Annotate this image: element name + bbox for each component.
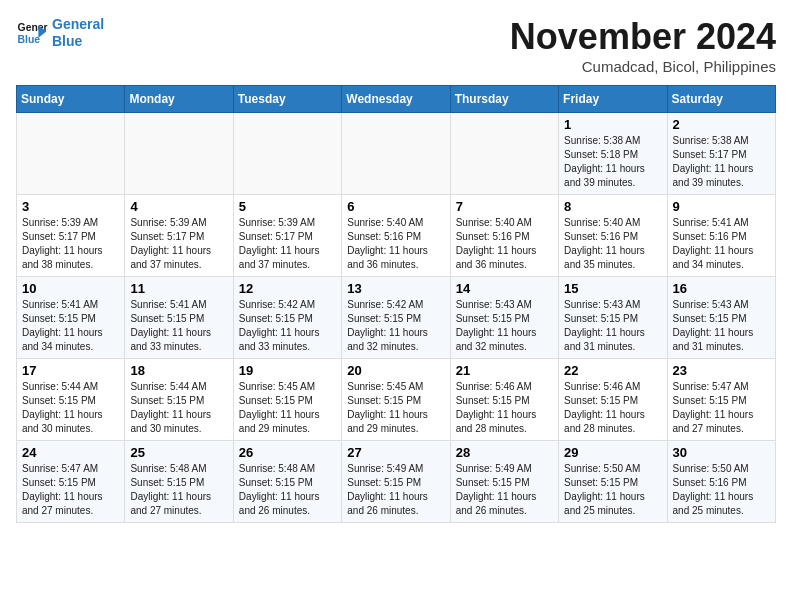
day-info: Sunrise: 5:45 AM Sunset: 5:15 PM Dayligh… xyxy=(239,380,336,436)
day-info: Sunrise: 5:42 AM Sunset: 5:15 PM Dayligh… xyxy=(347,298,444,354)
title-section: November 2024 Cumadcad, Bicol, Philippin… xyxy=(510,16,776,75)
day-info: Sunrise: 5:38 AM Sunset: 5:17 PM Dayligh… xyxy=(673,134,770,190)
calendar-table: SundayMondayTuesdayWednesdayThursdayFrid… xyxy=(16,85,776,523)
day-number: 10 xyxy=(22,281,119,296)
day-info: Sunrise: 5:48 AM Sunset: 5:15 PM Dayligh… xyxy=(130,462,227,518)
calendar-cell: 1Sunrise: 5:38 AM Sunset: 5:18 PM Daylig… xyxy=(559,113,667,195)
calendar-cell: 29Sunrise: 5:50 AM Sunset: 5:15 PM Dayli… xyxy=(559,441,667,523)
day-number: 22 xyxy=(564,363,661,378)
day-number: 15 xyxy=(564,281,661,296)
day-info: Sunrise: 5:40 AM Sunset: 5:16 PM Dayligh… xyxy=(347,216,444,272)
day-number: 11 xyxy=(130,281,227,296)
logo: General Blue GeneralBlue xyxy=(16,16,104,50)
day-number: 9 xyxy=(673,199,770,214)
calendar-cell: 7Sunrise: 5:40 AM Sunset: 5:16 PM Daylig… xyxy=(450,195,558,277)
day-info: Sunrise: 5:49 AM Sunset: 5:15 PM Dayligh… xyxy=(456,462,553,518)
day-info: Sunrise: 5:45 AM Sunset: 5:15 PM Dayligh… xyxy=(347,380,444,436)
day-info: Sunrise: 5:46 AM Sunset: 5:15 PM Dayligh… xyxy=(564,380,661,436)
calendar-cell: 23Sunrise: 5:47 AM Sunset: 5:15 PM Dayli… xyxy=(667,359,775,441)
header-day-tuesday: Tuesday xyxy=(233,86,341,113)
header-day-monday: Monday xyxy=(125,86,233,113)
day-number: 29 xyxy=(564,445,661,460)
week-row-3: 10Sunrise: 5:41 AM Sunset: 5:15 PM Dayli… xyxy=(17,277,776,359)
location-subtitle: Cumadcad, Bicol, Philippines xyxy=(510,58,776,75)
calendar-cell: 9Sunrise: 5:41 AM Sunset: 5:16 PM Daylig… xyxy=(667,195,775,277)
week-row-1: 1Sunrise: 5:38 AM Sunset: 5:18 PM Daylig… xyxy=(17,113,776,195)
day-info: Sunrise: 5:48 AM Sunset: 5:15 PM Dayligh… xyxy=(239,462,336,518)
day-info: Sunrise: 5:40 AM Sunset: 5:16 PM Dayligh… xyxy=(564,216,661,272)
calendar-cell: 12Sunrise: 5:42 AM Sunset: 5:15 PM Dayli… xyxy=(233,277,341,359)
logo-icon: General Blue xyxy=(16,17,48,49)
day-number: 28 xyxy=(456,445,553,460)
header-day-sunday: Sunday xyxy=(17,86,125,113)
header-day-thursday: Thursday xyxy=(450,86,558,113)
page-header: General Blue GeneralBlue November 2024 C… xyxy=(16,16,776,75)
calendar-cell xyxy=(342,113,450,195)
calendar-cell: 22Sunrise: 5:46 AM Sunset: 5:15 PM Dayli… xyxy=(559,359,667,441)
day-number: 26 xyxy=(239,445,336,460)
calendar-cell: 26Sunrise: 5:48 AM Sunset: 5:15 PM Dayli… xyxy=(233,441,341,523)
day-number: 18 xyxy=(130,363,227,378)
day-info: Sunrise: 5:41 AM Sunset: 5:15 PM Dayligh… xyxy=(22,298,119,354)
calendar-cell: 30Sunrise: 5:50 AM Sunset: 5:16 PM Dayli… xyxy=(667,441,775,523)
header-row: SundayMondayTuesdayWednesdayThursdayFrid… xyxy=(17,86,776,113)
day-info: Sunrise: 5:38 AM Sunset: 5:18 PM Dayligh… xyxy=(564,134,661,190)
day-number: 17 xyxy=(22,363,119,378)
day-info: Sunrise: 5:41 AM Sunset: 5:16 PM Dayligh… xyxy=(673,216,770,272)
day-info: Sunrise: 5:47 AM Sunset: 5:15 PM Dayligh… xyxy=(673,380,770,436)
day-info: Sunrise: 5:44 AM Sunset: 5:15 PM Dayligh… xyxy=(22,380,119,436)
calendar-cell: 19Sunrise: 5:45 AM Sunset: 5:15 PM Dayli… xyxy=(233,359,341,441)
day-info: Sunrise: 5:46 AM Sunset: 5:15 PM Dayligh… xyxy=(456,380,553,436)
day-info: Sunrise: 5:41 AM Sunset: 5:15 PM Dayligh… xyxy=(130,298,227,354)
calendar-cell: 17Sunrise: 5:44 AM Sunset: 5:15 PM Dayli… xyxy=(17,359,125,441)
day-number: 20 xyxy=(347,363,444,378)
calendar-cell: 16Sunrise: 5:43 AM Sunset: 5:15 PM Dayli… xyxy=(667,277,775,359)
calendar-header: SundayMondayTuesdayWednesdayThursdayFrid… xyxy=(17,86,776,113)
calendar-cell: 6Sunrise: 5:40 AM Sunset: 5:16 PM Daylig… xyxy=(342,195,450,277)
day-number: 13 xyxy=(347,281,444,296)
calendar-cell: 14Sunrise: 5:43 AM Sunset: 5:15 PM Dayli… xyxy=(450,277,558,359)
day-number: 24 xyxy=(22,445,119,460)
day-number: 3 xyxy=(22,199,119,214)
week-row-4: 17Sunrise: 5:44 AM Sunset: 5:15 PM Dayli… xyxy=(17,359,776,441)
calendar-cell: 28Sunrise: 5:49 AM Sunset: 5:15 PM Dayli… xyxy=(450,441,558,523)
calendar-cell: 8Sunrise: 5:40 AM Sunset: 5:16 PM Daylig… xyxy=(559,195,667,277)
day-info: Sunrise: 5:50 AM Sunset: 5:16 PM Dayligh… xyxy=(673,462,770,518)
calendar-cell: 24Sunrise: 5:47 AM Sunset: 5:15 PM Dayli… xyxy=(17,441,125,523)
day-info: Sunrise: 5:44 AM Sunset: 5:15 PM Dayligh… xyxy=(130,380,227,436)
day-number: 19 xyxy=(239,363,336,378)
day-number: 14 xyxy=(456,281,553,296)
day-info: Sunrise: 5:39 AM Sunset: 5:17 PM Dayligh… xyxy=(239,216,336,272)
day-number: 21 xyxy=(456,363,553,378)
day-info: Sunrise: 5:39 AM Sunset: 5:17 PM Dayligh… xyxy=(130,216,227,272)
header-day-wednesday: Wednesday xyxy=(342,86,450,113)
header-day-friday: Friday xyxy=(559,86,667,113)
day-number: 30 xyxy=(673,445,770,460)
month-title: November 2024 xyxy=(510,16,776,58)
day-info: Sunrise: 5:43 AM Sunset: 5:15 PM Dayligh… xyxy=(564,298,661,354)
day-number: 16 xyxy=(673,281,770,296)
day-number: 2 xyxy=(673,117,770,132)
calendar-cell: 5Sunrise: 5:39 AM Sunset: 5:17 PM Daylig… xyxy=(233,195,341,277)
day-number: 6 xyxy=(347,199,444,214)
calendar-cell: 11Sunrise: 5:41 AM Sunset: 5:15 PM Dayli… xyxy=(125,277,233,359)
day-info: Sunrise: 5:43 AM Sunset: 5:15 PM Dayligh… xyxy=(456,298,553,354)
day-info: Sunrise: 5:40 AM Sunset: 5:16 PM Dayligh… xyxy=(456,216,553,272)
calendar-cell: 15Sunrise: 5:43 AM Sunset: 5:15 PM Dayli… xyxy=(559,277,667,359)
day-info: Sunrise: 5:43 AM Sunset: 5:15 PM Dayligh… xyxy=(673,298,770,354)
calendar-body: 1Sunrise: 5:38 AM Sunset: 5:18 PM Daylig… xyxy=(17,113,776,523)
logo-text: GeneralBlue xyxy=(52,16,104,50)
day-info: Sunrise: 5:39 AM Sunset: 5:17 PM Dayligh… xyxy=(22,216,119,272)
calendar-cell xyxy=(450,113,558,195)
day-info: Sunrise: 5:42 AM Sunset: 5:15 PM Dayligh… xyxy=(239,298,336,354)
day-number: 5 xyxy=(239,199,336,214)
calendar-cell: 25Sunrise: 5:48 AM Sunset: 5:15 PM Dayli… xyxy=(125,441,233,523)
calendar-cell: 13Sunrise: 5:42 AM Sunset: 5:15 PM Dayli… xyxy=(342,277,450,359)
week-row-5: 24Sunrise: 5:47 AM Sunset: 5:15 PM Dayli… xyxy=(17,441,776,523)
calendar-cell: 20Sunrise: 5:45 AM Sunset: 5:15 PM Dayli… xyxy=(342,359,450,441)
day-number: 1 xyxy=(564,117,661,132)
calendar-cell: 18Sunrise: 5:44 AM Sunset: 5:15 PM Dayli… xyxy=(125,359,233,441)
calendar-cell: 10Sunrise: 5:41 AM Sunset: 5:15 PM Dayli… xyxy=(17,277,125,359)
calendar-cell: 21Sunrise: 5:46 AM Sunset: 5:15 PM Dayli… xyxy=(450,359,558,441)
calendar-cell: 3Sunrise: 5:39 AM Sunset: 5:17 PM Daylig… xyxy=(17,195,125,277)
